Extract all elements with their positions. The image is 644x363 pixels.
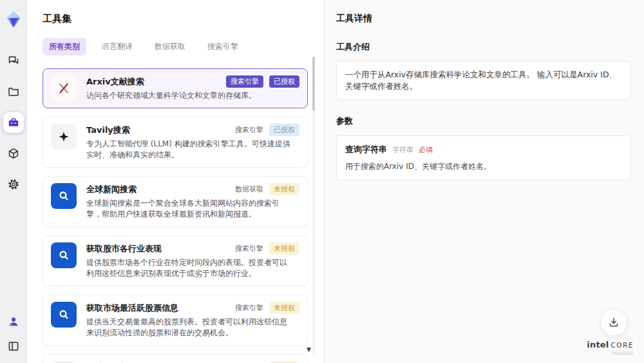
params-heading: 参数 <box>336 115 631 127</box>
category-badge: 搜索引擎 <box>235 302 263 314</box>
download-button[interactable] <box>600 309 627 336</box>
tool-card-arxiv[interactable]: Arxiv文献搜索 搜索引擎 已授权 访问各个研究领域大量科学论文和文章的存储库… <box>43 68 308 108</box>
auth-status-badge: 未授权 <box>269 183 299 195</box>
tab-all-categories[interactable]: 所有类别 <box>43 38 86 55</box>
tool-name: Arxiv文献搜索 <box>86 75 144 87</box>
tool-name: Tavily搜索 <box>86 124 130 135</box>
search-icon <box>51 183 77 209</box>
tool-detail-panel: 工具详情 工具介绍 一个用于从Arxiv存储库搜索科学论文和文章的工具。 输入可… <box>324 0 644 363</box>
param-type: 字符串 <box>392 145 413 155</box>
category-badge: 搜索引擎 <box>235 242 263 255</box>
category-badge: 搜索引擎 <box>235 124 263 136</box>
intel-logo-text: intel <box>587 340 609 349</box>
sidebar-item-settings[interactable] <box>3 174 24 195</box>
param-description: 用于搜索的Arxiv ID、关键字或作者姓名。 <box>345 161 621 172</box>
tool-description: 提供当天交易量最高的股票列表。投资者可以利用这些信息来识别流动性强的股票和潜在的… <box>86 317 291 338</box>
intel-core-logo: intel CORE <box>587 340 634 355</box>
tab-language-translation[interactable]: 语言翻译 <box>95 38 139 55</box>
tool-card-active-stocks[interactable]: 获取市场最活跃股票信息 搜索引擎 未授权 提供当天交易量最高的股票列表。投资者可… <box>43 295 308 346</box>
tool-card-tavily[interactable]: Tavily搜索 搜索引擎 已授权 专为人工智能代理 (LLM) 构建的搜索引擎… <box>43 117 308 168</box>
category-badge: 数据获取 <box>235 183 263 195</box>
search-icon <box>51 242 77 268</box>
sidebar-item-models[interactable] <box>3 143 24 164</box>
user-icon <box>7 315 20 328</box>
chat-icon <box>7 54 20 67</box>
category-tabs: 所有类别 语言翻译 数据获取 搜索引擎 <box>43 38 324 55</box>
tool-name: 全球新闻搜索 <box>86 183 137 195</box>
tool-intro-text: 一个用于从Arxiv存储库搜索科学论文和文章的工具。 输入可以是Arxiv ID… <box>345 70 617 91</box>
search-icon <box>51 302 77 328</box>
folder-icon <box>7 85 20 98</box>
detail-title: 工具详情 <box>336 13 631 25</box>
tool-card-global-news[interactable]: 全球新闻搜索 数据获取 未授权 全球新闻搜索是一个聚合全球各大新闻网站内容的搜索… <box>43 176 308 227</box>
scroll-down-arrow-icon[interactable]: ▼ <box>307 347 311 353</box>
scrollbar-thumb[interactable] <box>312 57 315 111</box>
sidebar-item-files[interactable] <box>3 81 24 102</box>
sidebar-bottom <box>3 311 24 357</box>
panel-icon <box>7 340 20 353</box>
tool-intro-box: 一个用于从Arxiv存储库搜索科学论文和文章的工具。 输入可以是Arxiv ID… <box>336 61 630 100</box>
tool-description: 专为人工智能代理 (LLM) 构建的搜索引擎工具。可快速提供实时、准确和真实的结… <box>86 139 291 161</box>
app-logo <box>5 6 22 32</box>
tab-search-engine[interactable]: 搜索引擎 <box>201 38 245 55</box>
list-scrollbar[interactable] <box>312 57 315 355</box>
sidebar-item-tools[interactable] <box>3 112 24 133</box>
four-point-star-icon <box>51 124 77 150</box>
category-badge: 搜索引擎 <box>226 75 263 88</box>
tab-data-acquisition[interactable]: 数据获取 <box>148 38 192 55</box>
sidebar-item-account[interactable] <box>3 311 24 332</box>
tool-description: 访问各个研究领域大量科学论文和文章的存储库。 <box>86 90 291 101</box>
logo-sub-bar <box>612 351 634 355</box>
tool-description: 提供股票市场各个行业在特定时间段内的表现。投资者可以利用这些信息来识别表现优于或… <box>86 257 291 279</box>
parameter-box: 查询字符串 字符串 必填 用于搜索的Arxiv ID、关键字或作者姓名。 <box>336 135 630 181</box>
download-icon <box>607 316 620 329</box>
page-title: 工具集 <box>43 13 324 25</box>
param-name: 查询字符串 <box>345 144 387 155</box>
sidebar-item-collapse[interactable] <box>3 336 24 357</box>
tool-card-regional-news[interactable]: 万维地区新闻查询 搜索引擎 未授权 查询具体行政区划内的新闻，快速了解各地新闻动 <box>43 354 308 363</box>
auth-status-badge: 未授权 <box>269 302 299 314</box>
auth-status-badge: 已授权 <box>269 124 299 136</box>
app-sidebar <box>0 0 27 363</box>
param-required-badge: 必填 <box>419 145 433 155</box>
sidebar-item-chat[interactable] <box>3 50 24 71</box>
arxiv-logo-icon <box>51 75 77 101</box>
cube-icon <box>7 147 20 160</box>
intro-heading: 工具介绍 <box>336 41 631 53</box>
tool-description: 全球新闻搜索是一个聚合全球各大新闻网站内容的搜索引擎，帮助用户快速获取全球最新资… <box>86 198 291 220</box>
tool-card-sector-performance[interactable]: 获取股市各行业表现 搜索引擎 未授权 提供股票市场各个行业在特定时间段内的表现。… <box>43 235 308 286</box>
diamond-logo-icon <box>5 10 22 29</box>
tool-list-panel: 工具集 所有类别 语言翻译 数据获取 搜索引擎 Arxiv文献搜索 搜索引擎 已… <box>27 0 324 363</box>
sidebar-nav <box>3 50 24 195</box>
gear-icon <box>7 178 20 191</box>
auth-status-badge: 已授权 <box>269 75 299 88</box>
core-logo-text: CORE <box>611 341 634 349</box>
auth-status-badge: 未授权 <box>269 242 299 255</box>
tool-name: 获取市场最活跃股票信息 <box>86 302 178 313</box>
toolbox-icon <box>7 116 20 129</box>
tool-list: Arxiv文献搜索 搜索引擎 已授权 访问各个研究领域大量科学论文和文章的存储库… <box>43 68 308 363</box>
tool-name: 获取股市各行业表现 <box>86 242 162 254</box>
